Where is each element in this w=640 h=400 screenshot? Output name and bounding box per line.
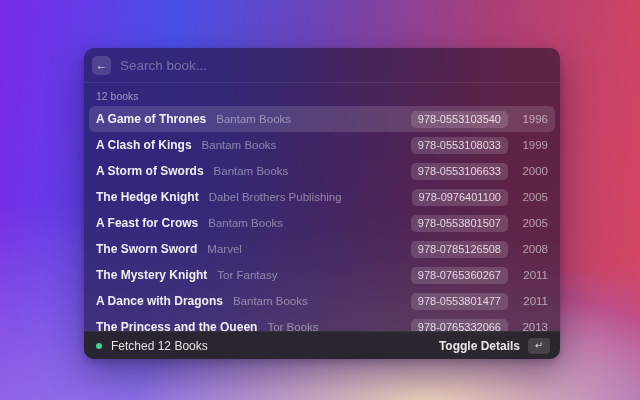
book-title: The Sworn Sword: [96, 242, 197, 256]
book-publisher: Bantam Books: [214, 165, 289, 177]
book-publisher: Marvel: [207, 243, 242, 255]
isbn-badge: 978-0553106633: [411, 163, 508, 180]
toggle-details-button[interactable]: Toggle Details ↵: [439, 338, 550, 354]
book-publisher: Bantam Books: [208, 217, 283, 229]
book-row[interactable]: A Game of Thrones Bantam Books 978-05531…: [89, 106, 555, 132]
book-title: A Feast for Crows: [96, 216, 198, 230]
search-input[interactable]: [120, 58, 550, 73]
book-publisher: Dabel Brothers Publishing: [209, 191, 342, 203]
isbn-badge: 978-0553108033: [411, 137, 508, 154]
book-title: A Dance with Dragons: [96, 294, 223, 308]
book-row[interactable]: A Clash of Kings Bantam Books 978-055310…: [89, 132, 555, 158]
book-row[interactable]: The Mystery Knight Tor Fantasy 978-07653…: [89, 262, 555, 288]
return-key-icon: ↵: [528, 338, 550, 354]
isbn-badge: 978-0976401100: [412, 189, 508, 206]
search-header: ←: [84, 48, 560, 83]
status-dot-icon: [96, 343, 102, 349]
back-arrow-icon: ←: [96, 56, 108, 75]
section-label: 12 books: [84, 83, 560, 106]
book-row[interactable]: The Sworn Sword Marvel 978-0785126508 20…: [89, 236, 555, 262]
book-year: 2011: [518, 295, 548, 307]
search-command-window: ← 12 books A Game of Thrones Bantam Book…: [84, 48, 560, 359]
book-publisher: Bantam Books: [216, 113, 291, 125]
isbn-badge: 978-0553801507: [411, 215, 508, 232]
back-button[interactable]: ←: [92, 56, 111, 75]
book-year: 2011: [518, 269, 548, 281]
book-title: A Storm of Swords: [96, 164, 204, 178]
book-row[interactable]: The Hedge Knight Dabel Brothers Publishi…: [89, 184, 555, 210]
book-year: 2008: [518, 243, 548, 255]
book-row[interactable]: A Storm of Swords Bantam Books 978-05531…: [89, 158, 555, 184]
footer-bar: Fetched 12 Books Toggle Details ↵: [84, 331, 560, 359]
book-title: The Hedge Knight: [96, 190, 199, 204]
book-list: A Game of Thrones Bantam Books 978-05531…: [84, 106, 560, 340]
isbn-badge: 978-0785126508: [411, 241, 508, 258]
status-text: Fetched 12 Books: [111, 339, 208, 353]
book-row[interactable]: A Dance with Dragons Bantam Books 978-05…: [89, 288, 555, 314]
book-publisher: Bantam Books: [202, 139, 277, 151]
isbn-badge: 978-0553801477: [411, 293, 508, 310]
book-year: 1999: [518, 139, 548, 151]
book-title: The Mystery Knight: [96, 268, 207, 282]
book-publisher: Bantam Books: [233, 295, 308, 307]
book-row[interactable]: A Feast for Crows Bantam Books 978-05538…: [89, 210, 555, 236]
book-year: 2005: [518, 217, 548, 229]
isbn-badge: 978-0553103540: [411, 111, 508, 128]
book-publisher: Tor Fantasy: [217, 269, 277, 281]
toggle-details-label: Toggle Details: [439, 339, 520, 353]
book-title: A Clash of Kings: [96, 138, 192, 152]
book-year: 2005: [518, 191, 548, 203]
desktop-background: { "window": { "search": { "placeholder":…: [0, 0, 640, 400]
isbn-badge: 978-0765360267: [411, 267, 508, 284]
book-year: 2000: [518, 165, 548, 177]
book-title: A Game of Thrones: [96, 112, 206, 126]
book-year: 1996: [518, 113, 548, 125]
